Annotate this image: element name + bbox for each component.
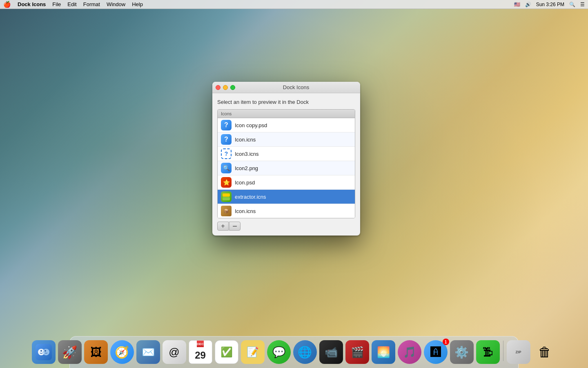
dock-icon-iphoto[interactable]: 🌅 [372, 340, 395, 364]
dock-icon-system-prefs[interactable]: ⚙️ [450, 340, 474, 364]
window-titlebar: Dock Icons [212, 82, 360, 93]
list-item[interactable]: ? Icon.icns [218, 132, 355, 147]
maximize-button[interactable] [230, 85, 235, 90]
window-content: Select an item to preview it in the Dock… [212, 93, 360, 236]
dock-icon-image-viewer[interactable]: 🖼 [84, 340, 108, 364]
item-name: extractor.icns [235, 194, 266, 200]
item-name: Icon.psd [235, 180, 255, 186]
format-menu[interactable]: Format [83, 1, 100, 7]
item-icon [221, 191, 232, 202]
calendar-day: 29 [195, 347, 206, 364]
app-name-menu[interactable]: Dock Icons [18, 1, 46, 7]
menubar: 🍎 Dock Icons File Edit Format Window Hel… [0, 0, 588, 9]
list-buttons: + − [217, 222, 355, 231]
notification-icon[interactable]: ☰ [580, 2, 585, 7]
item-icon: 📦 [221, 206, 232, 216]
dock-icon-dvd[interactable]: 🎬 [345, 340, 369, 364]
dock-icons-container: 🚀 🖼 🧭 ✉️ @ DEC 29 ✅ 📝 [32, 340, 557, 366]
item-name: Icon.icns [235, 137, 256, 143]
dock-icon-calendar[interactable]: DEC 29 [189, 340, 212, 364]
remove-item-button[interactable]: − [229, 222, 241, 231]
dock-icon-finder[interactable] [32, 340, 56, 364]
close-button[interactable] [216, 85, 220, 90]
dock-icon-zip[interactable]: ZIP [507, 340, 530, 364]
list-item[interactable]: ? Icon3.icns [218, 147, 355, 161]
search-menubar-icon[interactable]: 🔍 [569, 2, 575, 7]
edit-menu[interactable]: Edit [67, 1, 76, 7]
svg-point-3 [40, 350, 42, 352]
dock-icon-address-book[interactable]: @ [163, 340, 186, 364]
dock-icon-reminders[interactable]: ✅ [215, 340, 238, 364]
dock-separator [503, 341, 503, 361]
item-icon: ? [221, 134, 232, 145]
dock-icon-trash[interactable]: 🗑 [533, 340, 557, 364]
dock-icon-launchpad[interactable]: 🚀 [58, 340, 82, 364]
list-item[interactable]: 📦 Icon.icns [218, 204, 355, 218]
window-subtitle: Select an item to preview it in the Dock [217, 99, 355, 105]
apple-menu[interactable]: 🍎 [3, 1, 11, 8]
dock-icon-archiver[interactable]: 🗜 [476, 340, 500, 364]
dock-icon-app-store[interactable]: 🅰 1 [424, 340, 448, 364]
list-item-selected[interactable]: extractor.icns [218, 190, 355, 204]
window-title: Dock Icons [235, 84, 357, 90]
dock-icons-window: Dock Icons Select an item to preview it … [212, 82, 360, 236]
list-item[interactable]: ⭐ Icon.psd [218, 175, 355, 190]
svg-point-2 [43, 349, 49, 355]
volume-icon[interactable]: 🔊 [525, 2, 531, 7]
svg-point-4 [45, 350, 46, 352]
clock: Sun 3:26 PM [536, 2, 564, 7]
item-name: Icon.icns [235, 208, 256, 214]
item-name: Icon3.icns [235, 151, 259, 157]
item-icon: ? [221, 120, 232, 130]
dock-icon-browser[interactable]: 🌐 [293, 340, 317, 364]
item-icon: ? [221, 148, 232, 159]
help-menu[interactable]: Help [132, 1, 143, 7]
dock-icon-facetime[interactable]: 📹 [319, 340, 343, 364]
item-name: Icon copy.psd [235, 122, 267, 128]
dock-icon-safari[interactable]: 🧭 [110, 340, 134, 364]
dock-icon-stickies[interactable]: 📝 [241, 340, 265, 364]
dock-icon-messages[interactable]: 💬 [267, 340, 291, 364]
add-item-button[interactable]: + [217, 222, 229, 231]
list-item[interactable]: 🔍 Icon2.png [218, 161, 355, 175]
dock-icon-mail[interactable]: ✉️ [136, 340, 160, 364]
minimize-button[interactable] [223, 85, 228, 90]
window-menu[interactable]: Window [107, 1, 125, 7]
dock-icon-itunes[interactable]: 🎵 [398, 340, 421, 364]
dock: 🚀 🖼 🧭 ✉️ @ DEC 29 ✅ 📝 [0, 336, 588, 368]
list-item[interactable]: ? Icon copy.psd [218, 118, 355, 132]
file-menu[interactable]: File [52, 1, 61, 7]
list-header: Icons [218, 110, 355, 118]
item-icon: ⭐ [221, 177, 232, 188]
traffic-lights [216, 85, 235, 90]
calendar-month: DEC [197, 341, 204, 347]
icon-list: Icons ? Icon copy.psd ? Icon.icns ? Icon… [217, 109, 355, 218]
flag-icon[interactable]: 🇺🇸 [514, 2, 520, 7]
item-icon: 🔍 [221, 163, 232, 173]
item-name: Icon2.png [235, 165, 258, 171]
